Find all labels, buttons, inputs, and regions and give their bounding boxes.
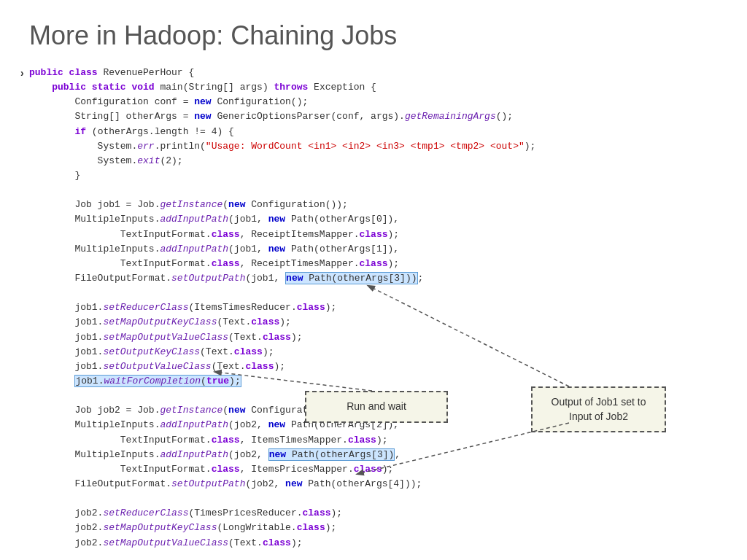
- code-line-31: job2.setReducerClass(TimesPricesReducer.…: [29, 506, 718, 521]
- content-area: › public class RevenuePerHour { public s…: [0, 66, 747, 551]
- code-line-17: job1.setReducerClass(ItemsTimesReducer.c…: [29, 300, 718, 315]
- code-line-26: TextInputFormat.class, ItemsTimesMapper.…: [29, 433, 718, 448]
- run-and-wait-annotation: Run and wait: [305, 391, 448, 423]
- code-line-12: TextInputFormat.class, ReceiptItemsMappe…: [29, 228, 718, 242]
- code-line-28: TextInputFormat.class, ItemsPricesMapper…: [29, 462, 718, 477]
- code-line-18: job1.setMapOutputKeyClass(Text.class);: [29, 315, 718, 330]
- code-line-9: [29, 183, 718, 198]
- code-line-8: }: [29, 168, 718, 183]
- page-title: More in Hadoop: Chaining Jobs: [0, 0, 747, 66]
- code-line-27: MultipleInputs.addInputPath(job2, new Pa…: [29, 448, 718, 462]
- code-line-6: System.err.println("Usage: WordCount <in…: [29, 139, 718, 154]
- code-line-21: job1.setOutputValueClass(Text.class);: [29, 359, 718, 374]
- code-line-29: FileOutputFormat.setOutputPath(job2, new…: [29, 477, 718, 491]
- code-line-32: job2.setMapOutputKeyClass(LongWritable.c…: [29, 521, 718, 535]
- code-line-13: MultipleInputs.addInputPath(job1, new Pa…: [29, 242, 718, 257]
- code-line-1: public class RevenuePerHour {: [29, 66, 718, 80]
- code-line-14: TextInputFormat.class, ReceiptTimesMappe…: [29, 257, 718, 271]
- code-line-30: [29, 491, 718, 506]
- code-line-10: Job job1 = Job.getInstance(new Configura…: [29, 198, 718, 212]
- code-line-3: Configuration conf = new Configuration()…: [29, 95, 718, 109]
- code-line-5: if (otherArgs.length != 4) {: [29, 125, 718, 139]
- output-input-annotation: Output of Job1 set toInput of Job2: [531, 386, 666, 432]
- code-line-20: job1.setOutputKeyClass(Text.class);: [29, 345, 718, 359]
- code-line-4: String[] otherArgs = new GenericOptionsP…: [29, 109, 718, 124]
- left-indicator: ›: [20, 67, 24, 79]
- code-line-19: job1.setMapOutputValueClass(Text.class);: [29, 330, 718, 345]
- code-line-7: System.exit(2);: [29, 154, 718, 168]
- code-block: public class RevenuePerHour { public sta…: [29, 66, 718, 551]
- code-line-15: FileOutputFormat.setOutputPath(job1, new…: [29, 271, 718, 286]
- code-line-11: MultipleInputs.addInputPath(job1, new Pa…: [29, 212, 718, 227]
- code-line-16: [29, 286, 718, 300]
- code-line-2: public static void main(String[] args) t…: [29, 80, 718, 95]
- code-line-33: job2.setMapOutputValueClass(Text.class);: [29, 536, 718, 551]
